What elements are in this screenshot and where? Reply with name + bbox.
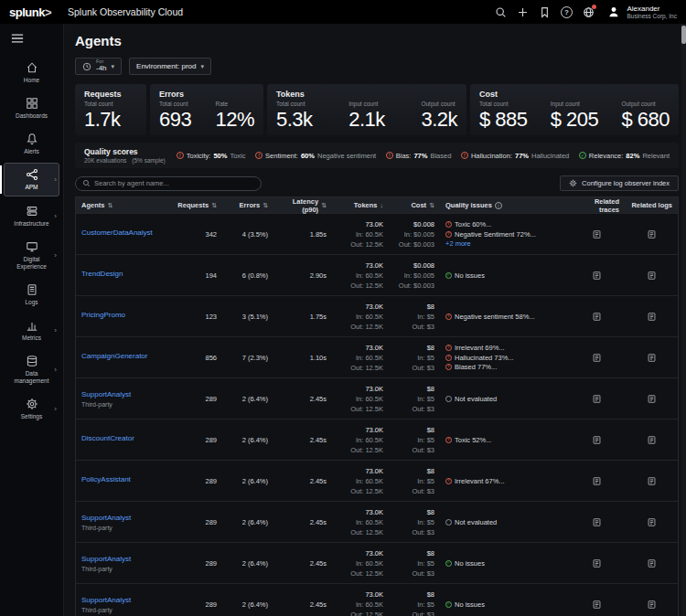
sidebar-item-home[interactable]: Home <box>4 56 59 89</box>
agent-name-link[interactable]: PricingPromo <box>81 311 125 319</box>
related-traces-button[interactable] <box>568 433 625 447</box>
table-row[interactable]: SupportAnalyst Third-party 289 2 (6.4%) … <box>76 377 678 419</box>
top-bar: splunk> Splunk Observability Cloud ? Ale… <box>0 0 686 24</box>
column-header-quality-issues[interactable]: Quality issuesi <box>440 201 568 209</box>
scrollbar-thumb[interactable] <box>681 26 686 44</box>
related-logs-button[interactable] <box>625 433 678 447</box>
sidebar-item-logs[interactable]: Logs <box>4 278 59 311</box>
user-menu[interactable]: Alexander Business Corp, Inc <box>606 5 677 20</box>
table-row[interactable]: SupportAnalyst Third-party 289 2 (6.4%) … <box>76 542 678 583</box>
related-traces-button[interactable] <box>568 269 625 282</box>
monitor-icon <box>26 240 38 253</box>
agent-search-box[interactable] <box>75 176 262 191</box>
agent-name-link[interactable]: SupportAnalyst <box>81 390 131 398</box>
search-input[interactable] <box>94 179 254 187</box>
sidebar-item-apm[interactable]: APM › <box>4 163 59 196</box>
related-traces-icon <box>592 229 602 239</box>
plus-icon[interactable] <box>511 2 533 22</box>
info-icon[interactable]: i <box>495 202 502 209</box>
sidebar-item-data-management[interactable]: Data management › <box>4 349 59 389</box>
related-logs-button[interactable] <box>625 228 678 241</box>
quality-issue-text: No issues <box>455 559 485 568</box>
related-logs-button[interactable] <box>625 515 678 529</box>
table-row[interactable]: TrendDesign 194 6 (0.8%) 2.90s 73.0K In:… <box>76 254 678 295</box>
errors-cell: 6 (0.8%) <box>222 270 273 281</box>
agent-name-link[interactable]: CampaignGenerator <box>81 352 147 360</box>
related-logs-button[interactable] <box>625 351 678 365</box>
related-traces-icon <box>592 353 602 363</box>
column-header-agents[interactable]: Agents⇅ <box>76 201 175 209</box>
sidebar-item-alerts[interactable]: Alerts <box>4 127 59 160</box>
table-row[interactable]: SupportAnalyst Third-party 289 2 (6.4%) … <box>76 583 678 616</box>
time-range-picker[interactable]: For -4h ▾ <box>75 58 122 75</box>
table-row[interactable]: CustomerDataAnalyst 342 4 (3.5%) 1.85s 7… <box>76 213 678 254</box>
agent-name-link[interactable]: SupportAnalyst <box>81 555 131 563</box>
column-header-latency[interactable]: Latency (p90)⇅ <box>273 197 332 214</box>
related-logs-button[interactable] <box>625 392 678 406</box>
related-logs-button[interactable] <box>625 474 678 488</box>
errors-cell: 2 (6.4%) <box>222 475 273 487</box>
related-traces-button[interactable] <box>568 598 625 611</box>
table-row[interactable]: PolicyAssistant 289 2 (6.4%) 2.45s 73.0K… <box>76 460 678 501</box>
quality-issue: !Biased 77%... <box>445 363 563 371</box>
requests-cell: 194 <box>175 270 222 281</box>
sort-icon[interactable]: ↓ <box>381 202 384 208</box>
scrollbar-track[interactable] <box>681 24 686 616</box>
sidebar-item-infrastructure[interactable]: Infrastructure › <box>4 199 59 232</box>
quality-issue: ✓No issues <box>445 559 563 568</box>
question-mark-icon: ? <box>561 6 573 18</box>
related-logs-button[interactable] <box>625 269 678 282</box>
related-traces-button[interactable] <box>568 392 625 406</box>
agent-name-link[interactable]: SupportAnalyst <box>81 514 131 522</box>
sort-icon[interactable]: ⇅ <box>107 202 113 209</box>
search-icon[interactable] <box>489 2 511 22</box>
related-traces-button[interactable] <box>568 351 625 365</box>
table-row[interactable]: CampaignGenerator 856 7 (2.3%) 1.10s 73.… <box>76 336 678 377</box>
related-logs-button[interactable] <box>625 310 678 324</box>
table-row[interactable]: PricingPromo 123 3 (5.1%) 1.75s 73.0K In… <box>76 295 678 336</box>
bookmark-icon[interactable] <box>533 2 555 22</box>
configure-log-observer-button[interactable]: Configure log observer index <box>560 175 679 191</box>
globe-icon[interactable] <box>577 2 599 22</box>
table-row[interactable]: SupportAnalyst Third-party 289 2 (6.4%) … <box>76 501 678 542</box>
agent-name-link[interactable]: CustomerDataAnalyst <box>81 228 153 237</box>
column-header-errors[interactable]: Errors⇅ <box>222 201 273 209</box>
requests-cell: 123 <box>175 311 222 323</box>
quality-issues-cell: !Negative sentiment 58%... <box>440 309 568 324</box>
agent-name-link[interactable]: TrendDesign <box>81 270 123 278</box>
sidebar-item-metrics[interactable]: Metrics › <box>4 313 59 346</box>
servers-icon <box>26 205 38 218</box>
sort-icon[interactable]: ⇅ <box>263 202 268 209</box>
sort-icon[interactable]: ⇅ <box>429 202 434 209</box>
sidebar-item-settings[interactable]: Settings › <box>4 392 59 425</box>
related-traces-button[interactable] <box>568 228 625 241</box>
help-icon[interactable]: ? <box>555 2 577 22</box>
related-traces-button[interactable] <box>568 310 625 324</box>
column-header-tokens[interactable]: Tokens↓ <box>332 201 389 209</box>
agent-name-link[interactable]: SupportAnalyst <box>81 596 131 604</box>
latency-cell: 1.75s <box>273 311 332 323</box>
chevron-down-icon: ▾ <box>112 63 115 70</box>
agent-name-link[interactable]: DiscountCreator <box>81 434 134 442</box>
related-traces-button[interactable] <box>568 515 625 529</box>
sidebar-item-digital-experience[interactable]: Digital Experience › <box>4 235 59 275</box>
hamburger-menu-icon[interactable] <box>0 24 63 53</box>
column-header-cost[interactable]: Cost⇅ <box>389 201 440 209</box>
related-logs-button[interactable] <box>625 557 678 570</box>
quality-issue[interactable]: +2 more <box>445 239 563 248</box>
column-header-requests[interactable]: Requests⇅ <box>175 201 222 209</box>
error-icon: ! <box>445 355 452 361</box>
sort-icon[interactable]: ⇅ <box>321 202 327 209</box>
more-issues-link[interactable]: +2 more <box>445 239 471 248</box>
splunk-logo[interactable]: splunk> <box>9 5 51 19</box>
sidebar-item-dashboards[interactable]: Dashboards <box>4 91 59 124</box>
error-icon: ! <box>386 152 393 159</box>
agent-name-link[interactable]: PolicyAssistant <box>81 475 131 483</box>
related-traces-button[interactable] <box>568 557 625 570</box>
cost-cell: $8 In: $5 Out: $3 <box>389 589 440 616</box>
sort-icon[interactable]: ⇅ <box>211 202 217 209</box>
related-logs-button[interactable] <box>625 598 678 611</box>
table-row[interactable]: DiscountCreator 289 2 (6.4%) 2.45s 73.0K… <box>76 419 678 460</box>
related-traces-button[interactable] <box>568 474 625 488</box>
environment-picker[interactable]: Environment: prod ▾ <box>129 58 211 75</box>
